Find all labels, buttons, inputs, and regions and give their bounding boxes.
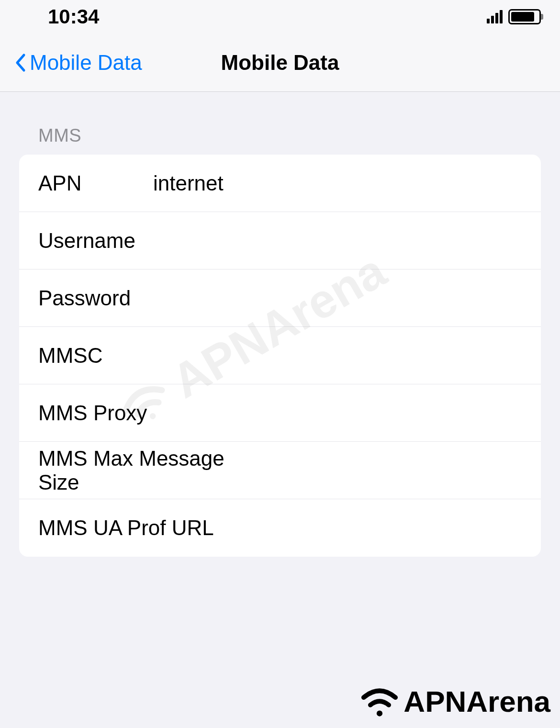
section-header-mms: MMS	[38, 125, 541, 146]
status-bar: 10:34	[0, 0, 560, 34]
page-title: Mobile Data	[221, 51, 339, 75]
svg-point-0	[377, 710, 382, 716]
settings-row-apn[interactable]: APN	[19, 155, 541, 212]
cellular-signal-icon	[487, 10, 503, 23]
row-label: Password	[38, 286, 153, 310]
settings-row-mms-proxy[interactable]: MMS Proxy	[19, 384, 541, 442]
mms-proxy-input[interactable]	[259, 401, 522, 425]
settings-group-mms: APN Username Password MMSC MMS Proxy MMS…	[19, 155, 541, 557]
password-input[interactable]	[153, 286, 522, 310]
row-label: Username	[38, 229, 153, 253]
wifi-icon	[358, 685, 401, 718]
mms-ua-prof-input[interactable]	[259, 516, 522, 540]
settings-row-username[interactable]: Username	[19, 212, 541, 269]
navigation-bar: Mobile Data Mobile Data	[0, 34, 560, 92]
status-icons	[487, 9, 541, 24]
settings-row-mms-max-size[interactable]: MMS Max Message Size	[19, 442, 541, 499]
settings-row-mms-ua-prof[interactable]: MMS UA Prof URL	[19, 499, 541, 557]
username-input[interactable]	[153, 229, 522, 253]
row-label: MMS Max Message Size	[38, 447, 259, 494]
mms-max-size-input[interactable]	[259, 459, 522, 482]
footer-logo: APNArena	[358, 684, 550, 718]
battery-icon	[508, 9, 541, 24]
settings-row-mmsc[interactable]: MMSC	[19, 327, 541, 384]
mmsc-input[interactable]	[153, 344, 522, 368]
apn-input[interactable]	[153, 171, 522, 195]
back-button-label: Mobile Data	[30, 51, 142, 75]
content-area: MMS APN Username Password MMSC MMS Proxy	[0, 92, 560, 557]
chevron-left-icon	[14, 53, 26, 72]
row-label: MMS UA Prof URL	[38, 516, 259, 540]
row-label: APN	[38, 171, 153, 195]
back-button[interactable]: Mobile Data	[14, 51, 142, 75]
status-time: 10:34	[48, 5, 99, 28]
row-label: MMSC	[38, 344, 153, 368]
row-label: MMS Proxy	[38, 401, 259, 425]
settings-row-password[interactable]: Password	[19, 269, 541, 327]
